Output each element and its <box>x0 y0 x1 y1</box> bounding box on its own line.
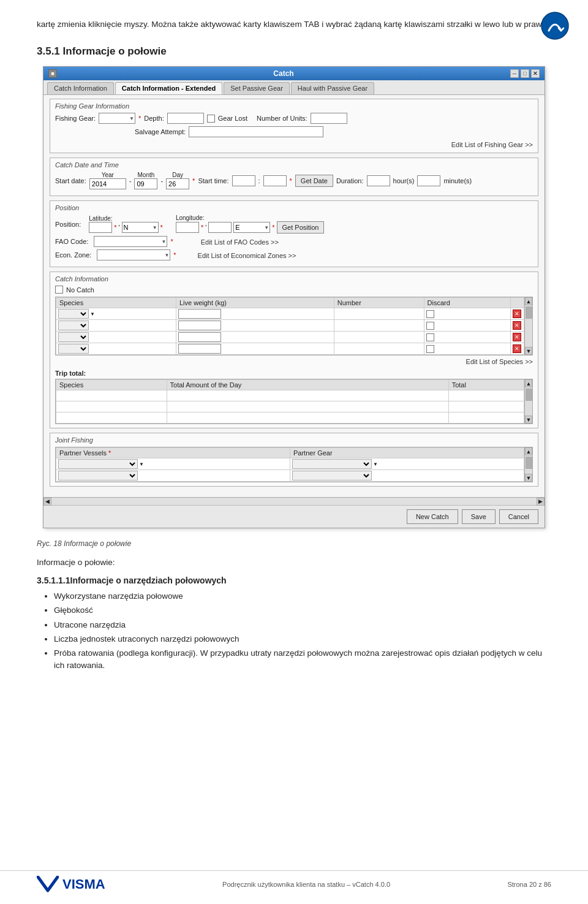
delete-row1-button[interactable]: ✕ <box>513 310 521 318</box>
econ-zone-select[interactable] <box>97 249 170 260</box>
h-scroll-right[interactable]: ▶ <box>537 498 545 506</box>
duration-hours-input[interactable] <box>367 175 390 186</box>
duration-label: Duration: <box>336 177 364 184</box>
lon-prime: ' <box>205 224 206 231</box>
lon-group: Longitude: * ' E ▼ * Get Position <box>176 215 325 234</box>
partner-gear-select-1[interactable] <box>292 459 372 469</box>
lon-deg-input[interactable] <box>176 222 199 233</box>
depth-input[interactable] <box>167 113 204 124</box>
delete-row3-button[interactable]: ✕ <box>513 333 521 341</box>
weight-input-3[interactable] <box>178 332 221 342</box>
latitude-label: Latitude: <box>89 215 163 222</box>
discard-checkbox-4[interactable] <box>426 345 434 353</box>
duration-minutes-input[interactable] <box>417 175 440 186</box>
catch-row4-species <box>56 343 176 355</box>
number-of-units-input[interactable] <box>311 113 347 124</box>
col-action-header <box>511 298 524 308</box>
get-position-button[interactable]: Get Position <box>277 221 325 234</box>
trip-scrollbar-thumb <box>526 389 532 401</box>
weight-input-2[interactable] <box>178 321 221 330</box>
minimize-button[interactable]: ─ <box>510 69 519 78</box>
jf-r2-gear <box>290 470 524 482</box>
bullet-item-4: Liczba jednostek utraconych narzędzi poł… <box>54 633 551 645</box>
lat-deg-input[interactable] <box>89 222 112 233</box>
jf-scroll-down[interactable]: ▼ <box>525 474 532 482</box>
edit-fao-link[interactable]: Edit List of FAO Codes >> <box>201 238 279 246</box>
tab-set-passive-gear[interactable]: Set Passive Gear <box>224 82 290 94</box>
catch-table-scrollbar: ▲ ▼ <box>524 297 532 355</box>
h-scroll-left[interactable]: ◀ <box>43 498 51 506</box>
year-label: Year <box>102 172 114 178</box>
trip-total-area: Trip total: Species Total Amount of the … <box>55 370 533 424</box>
discard-checkbox-3[interactable] <box>426 333 434 341</box>
species-select-3[interactable] <box>58 332 89 342</box>
catch-row3-weight <box>176 332 334 343</box>
start-time-min[interactable] <box>263 175 287 186</box>
catch-date-row: Start date: Year - Month - Day <box>55 172 533 189</box>
trip-col-total-amount: Total Amount of the Day <box>167 380 448 390</box>
scrollbar-up[interactable]: ▲ <box>525 297 532 305</box>
weight-input-4[interactable] <box>178 344 221 354</box>
save-button[interactable]: Save <box>462 509 496 524</box>
delete-row4-button[interactable]: ✕ <box>513 344 521 353</box>
edit-econ-link[interactable]: Edit List of Economical Zones >> <box>198 252 296 259</box>
trip-scrollbar-down[interactable]: ▼ <box>525 416 532 424</box>
lat-n-select[interactable]: N <box>122 222 159 233</box>
longitude-label: Longitude: <box>176 215 325 221</box>
salvage-attempt-input[interactable] <box>189 126 323 137</box>
lon-inputs: * ' E ▼ * Get Position <box>176 221 325 234</box>
delete-row2-button[interactable]: ✕ <box>513 321 521 330</box>
scrollbar-thumb <box>526 306 532 319</box>
jf-col-partner-vessels: Partner Vessels * <box>56 448 290 458</box>
position-label: Position: <box>55 221 81 228</box>
edit-fishing-gear-link[interactable]: Edit List of Fishing Gear >> <box>451 141 533 148</box>
species-select-2[interactable] <box>58 321 89 330</box>
get-date-button[interactable]: Get Date <box>295 175 333 187</box>
tab-catch-information-extended[interactable]: Catch Information - Extended <box>115 82 222 94</box>
tab-haul-passive-gear[interactable]: Haul with Passive Gear <box>291 82 374 94</box>
weight-input-1[interactable] <box>178 309 221 319</box>
trip-col-species: Species <box>56 380 167 390</box>
window-bottom-bar: New Catch Save Cancel <box>43 505 545 528</box>
lon-min-input[interactable] <box>208 222 232 233</box>
window-icon: ■ <box>48 69 57 78</box>
gear-lost-checkbox[interactable] <box>207 115 215 123</box>
window-controls: ─ □ ✕ <box>510 69 540 78</box>
trip-scrollbar-up[interactable]: ▲ <box>525 379 532 387</box>
catch-row3-discard <box>424 332 510 343</box>
start-time-hour[interactable] <box>232 175 255 186</box>
edit-species-link[interactable]: Edit List of Species >> <box>466 358 533 365</box>
no-catch-checkbox[interactable] <box>55 286 63 294</box>
dash1: - <box>129 177 132 184</box>
jf-scroll-up[interactable]: ▲ <box>525 447 532 455</box>
day-input[interactable] <box>166 178 189 189</box>
time-colon: : <box>258 177 260 184</box>
trip-total-table: Species Total Amount of the Day Total <box>56 379 524 424</box>
trip-col-total: Total <box>448 380 524 390</box>
discard-checkbox-2[interactable] <box>426 322 434 330</box>
trip-row-1 <box>56 390 524 401</box>
partner-vessels-select-2[interactable] <box>58 471 138 480</box>
fishing-gear-required: * <box>138 115 141 122</box>
trip-table-scrollbar: ▲ ▼ <box>524 379 532 424</box>
new-catch-button[interactable]: New Catch <box>407 509 458 524</box>
cancel-button[interactable]: Cancel <box>499 509 538 524</box>
time-required: * <box>290 177 292 184</box>
catch-info-section: Catch Information No Catch Species Live … <box>50 272 538 428</box>
partner-gear-select-2[interactable] <box>292 471 372 480</box>
species-select-1[interactable] <box>58 309 89 319</box>
month-input[interactable] <box>134 178 157 189</box>
fao-code-select[interactable] <box>94 236 167 247</box>
close-button[interactable]: ✕ <box>531 69 540 78</box>
lon-e-select[interactable]: E <box>233 222 270 233</box>
discard-checkbox-1[interactable] <box>426 310 434 318</box>
scrollbar-down[interactable]: ▼ <box>525 347 532 355</box>
no-catch-label: No Catch <box>66 286 94 294</box>
maximize-button[interactable]: □ <box>521 69 529 78</box>
partner-vessels-select-1[interactable] <box>58 459 138 469</box>
tab-catch-information[interactable]: Catch Information <box>47 82 114 94</box>
year-input[interactable] <box>89 178 126 189</box>
fishing-gear-select[interactable] <box>99 113 135 124</box>
econ-zone-select-wrapper: ▼ <box>97 249 170 260</box>
species-select-4[interactable] <box>58 344 89 354</box>
